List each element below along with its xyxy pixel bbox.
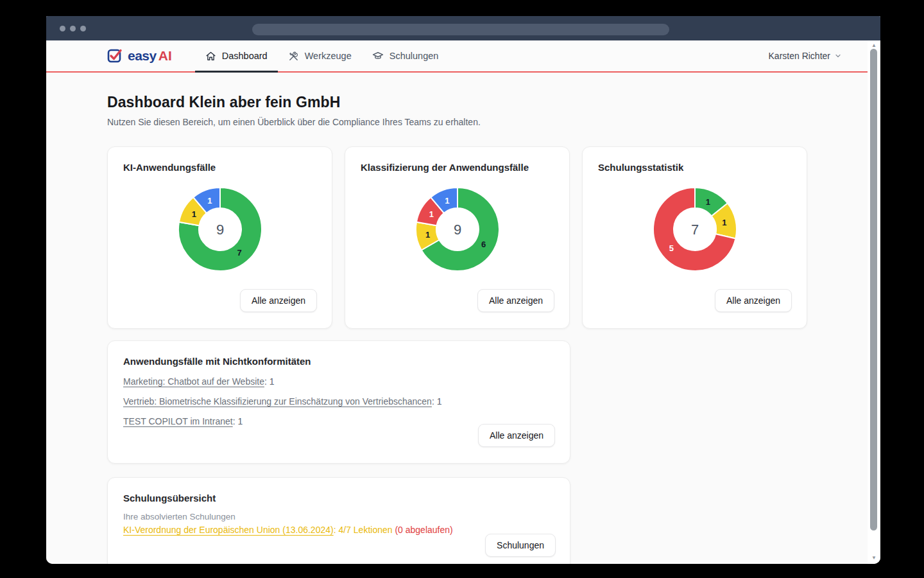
nav-items: Dashboard Werkzeuge (195, 40, 449, 71)
dashboard-main: Dashboard Klein aber fein GmbH Nutzen Si… (46, 73, 868, 564)
nonconformity-link[interactable]: Vertrieb: Biometrische Klassifizierung z… (123, 396, 432, 407)
training-expired-badge: (0 abgelaufen) (393, 525, 453, 535)
card-title: Anwendungsfälle mit Nichtkonformitäten (123, 356, 554, 367)
donut-card-row: KI-Anwendungsfälle 7119 Alle anzeigen Kl… (107, 146, 809, 329)
donut-total: 9 (453, 222, 461, 238)
page-subtitle: Nutzen Sie diesen Bereich, um einen Über… (107, 117, 809, 127)
donut-chart-schulungsstatistik: 1157 (652, 186, 738, 272)
page-viewport: easyAI Dashboard (46, 40, 868, 564)
donut-segment-label: 1 (722, 218, 726, 227)
card-schulungsstatistik: Schulungsstatistik 1157 Alle anzeigen (582, 146, 807, 329)
scrollbar: ▲ ▼ (868, 40, 880, 564)
scroll-down-arrow-icon[interactable]: ▼ (868, 555, 880, 561)
card-title: Schulungsstatistik (598, 162, 791, 173)
card-title: Klassifizierung der Anwendungsfälle (361, 162, 554, 173)
training-progress: : 4/7 Lektionen (334, 525, 393, 535)
alle-anzeigen-button[interactable]: Alle anzeigen (478, 424, 555, 447)
nav-item-label: Schulungen (389, 51, 439, 61)
nav-item-dashboard[interactable]: Dashboard (195, 40, 278, 71)
app-logo[interactable]: easyAI (107, 48, 172, 64)
donut-segment-label: 5 (669, 243, 673, 253)
donut-segment-label: 1 (705, 197, 710, 207)
nav-item-label: Werkzeuge (305, 51, 352, 61)
donut-total: 7 (690, 222, 698, 238)
donut-segment-label: 1 (191, 209, 196, 219)
tools-icon (288, 51, 299, 62)
nonconformity-count: : 1 (432, 396, 442, 407)
card-ki-anwendungsfaelle: KI-Anwendungsfälle 7119 Alle anzeigen (107, 146, 332, 329)
logo-checkbox-icon (107, 48, 124, 64)
nonconformity-link[interactable]: Marketing: Chatbot auf der Website (123, 376, 264, 387)
home-icon (205, 51, 216, 62)
donut-segment-label: 1 (445, 196, 449, 206)
donut-chart-ki-anwendungsfaelle: 7119 (177, 186, 263, 272)
nonconformity-count: : 1 (264, 376, 275, 387)
graduation-cap-icon (372, 50, 384, 62)
scroll-up-arrow-icon[interactable]: ▲ (868, 42, 880, 49)
screenshot-stage: easyAI Dashboard (0, 0, 924, 578)
nav-item-werkzeuge[interactable]: Werkzeuge (278, 40, 362, 71)
donut-segment-label: 1 (429, 209, 433, 219)
schulungen-button[interactable]: Schulungen (485, 534, 556, 557)
top-navbar: easyAI Dashboard (46, 40, 868, 73)
scrollbar-thumb[interactable] (870, 49, 877, 530)
donut-chart-klassifizierung: 61119 (415, 186, 501, 272)
nonconformity-count: : 1 (233, 416, 243, 426)
alle-anzeigen-button[interactable]: Alle anzeigen (240, 289, 317, 312)
donut-segment-label: 7 (237, 248, 241, 258)
donut-segment-label: 1 (425, 230, 430, 240)
trainings-subtitle: Ihre absolvierten Schulungen (123, 512, 554, 521)
traffic-light-minimize[interactable] (70, 26, 76, 31)
donut-segment-label: 6 (481, 240, 486, 249)
donut-total: 9 (216, 222, 223, 238)
browser-window: easyAI Dashboard (46, 16, 880, 564)
traffic-light-maximize[interactable] (80, 26, 86, 31)
logo-word-easy: easy (128, 48, 157, 63)
nonconformity-link[interactable]: TEST COPILOT im Intranet (123, 416, 233, 426)
nonconformity-row: Vertrieb: Biometrische Klassifizierung z… (123, 396, 554, 407)
training-link[interactable]: KI-Verordnung der Europäischen Union (13… (123, 525, 334, 535)
page-title: Dashboard Klein aber fein GmbH (107, 94, 809, 111)
donut-segment-label: 1 (207, 196, 212, 206)
nonconformity-row: Marketing: Chatbot auf der Website: 1 (123, 376, 554, 387)
nav-item-schulungen[interactable]: Schulungen (362, 40, 449, 71)
card-nichtkonformitaeten: Anwendungsfälle mit Nichtkonformitäten M… (107, 340, 570, 464)
user-name: Karsten Richter (769, 51, 830, 61)
alle-anzeigen-button[interactable]: Alle anzeigen (477, 289, 554, 312)
address-bar[interactable] (252, 24, 669, 35)
card-title: Schulungsübersicht (123, 493, 554, 504)
nav-item-label: Dashboard (222, 51, 268, 61)
card-schulungsuebersicht: Schulungsübersicht Ihre absolvierten Sch… (107, 477, 570, 564)
alle-anzeigen-button[interactable]: Alle anzeigen (715, 289, 792, 312)
card-klassifizierung: Klassifizierung der Anwendungsfälle 6111… (345, 146, 570, 329)
browser-titlebar (46, 16, 880, 40)
user-menu[interactable]: Karsten Richter (769, 51, 847, 61)
logo-word-ai: AI (158, 48, 172, 63)
card-title: KI-Anwendungsfälle (123, 162, 316, 173)
traffic-light-close[interactable] (60, 26, 65, 31)
chevron-down-icon (834, 52, 842, 60)
